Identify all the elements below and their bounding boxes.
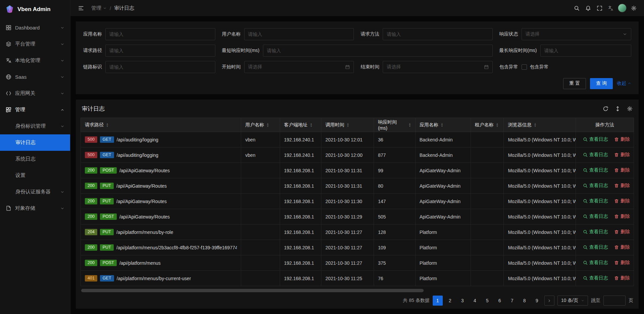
column-header-ms[interactable]: 响应时间(ms)▲▼ xyxy=(374,118,415,132)
avatar[interactable] xyxy=(616,0,628,16)
filter-input-app-name[interactable] xyxy=(105,28,215,40)
filter-input-max-response-time[interactable] xyxy=(540,45,632,57)
row-height-icon[interactable] xyxy=(615,106,621,112)
collapse-button[interactable]: 收起 xyxy=(617,80,631,86)
logo[interactable]: Vben Admin xyxy=(0,0,70,19)
breadcrumb-item-management[interactable]: 管理 xyxy=(91,5,107,11)
status-badge: 200 xyxy=(85,260,97,266)
filter-input-request-path[interactable] xyxy=(105,45,215,57)
filter-label-app-name: 应用名称 xyxy=(83,31,102,37)
page-button-3[interactable]: 3 xyxy=(458,296,468,306)
column-header-app[interactable]: 应用名称▲▼ xyxy=(415,118,471,132)
status-badge: 200 xyxy=(85,198,97,205)
chevron-down-icon xyxy=(60,124,64,128)
refresh-icon[interactable] xyxy=(603,106,608,112)
column-header-time[interactable]: 调用时间▲▼ xyxy=(321,118,374,132)
view-log-button[interactable]: 查看日志 xyxy=(583,183,608,189)
filter-field-has-exception: 包含异常包含异常 xyxy=(499,61,632,73)
view-log-button[interactable]: 查看日志 xyxy=(583,229,608,235)
search-icon[interactable] xyxy=(571,0,582,16)
page-button-4[interactable]: 4 xyxy=(470,296,480,306)
view-log-button[interactable]: 查看日志 xyxy=(583,198,608,204)
delete-button[interactable]: 删除 xyxy=(614,167,630,173)
filter-select-response-status[interactable]: 请选择 xyxy=(522,28,632,40)
filter-input-min-response-time[interactable] xyxy=(263,45,493,57)
view-log-button[interactable]: 查看日志 xyxy=(583,136,608,142)
delete-button[interactable]: 删除 xyxy=(614,229,630,235)
view-log-label: 查看日志 xyxy=(589,275,608,281)
bell-icon[interactable] xyxy=(582,0,594,16)
horizontal-scrollbar[interactable] xyxy=(81,289,633,292)
sidebar-item-gateway[interactable]: 应用网关 xyxy=(0,85,70,102)
cell-client: 192.168.240.1 xyxy=(280,147,321,163)
jump-page-input[interactable] xyxy=(603,296,626,306)
column-header-ops: 操作方法 xyxy=(576,118,634,132)
delete-button[interactable]: 删除 xyxy=(614,136,630,142)
column-header-tenant[interactable]: 租户名称▲▼ xyxy=(471,118,504,132)
page-button-5[interactable]: 5 xyxy=(482,296,492,306)
column-header-client[interactable]: 客户端地址▲▼ xyxy=(280,118,321,132)
delete-button[interactable]: 删除 xyxy=(614,198,630,204)
request-path-text: /api/ApiGateway/Routes xyxy=(119,168,170,173)
delete-button[interactable]: 删除 xyxy=(614,244,630,250)
reset-button[interactable]: 重 置 xyxy=(563,78,586,89)
cell-tenant xyxy=(471,255,504,271)
delete-button[interactable]: 删除 xyxy=(614,275,630,281)
delete-button[interactable]: 删除 xyxy=(614,260,630,266)
menu-fold-icon[interactable] xyxy=(75,0,87,16)
chevron-down-icon xyxy=(60,190,64,194)
cell-app: ApiGateWay-Admin xyxy=(415,194,471,209)
view-log-button[interactable]: 查看日志 xyxy=(583,260,608,266)
fullscreen-icon[interactable] xyxy=(594,0,605,16)
page-button-1[interactable]: 1 xyxy=(433,296,443,306)
page-button-6[interactable]: 6 xyxy=(495,296,505,306)
filter-input-request-method[interactable] xyxy=(383,28,493,40)
sidebar-item-settings[interactable]: 设置 xyxy=(0,167,70,184)
filter-input-user-name[interactable] xyxy=(244,28,354,40)
chevron-down-icon xyxy=(103,5,107,11)
sidebar-item-platform[interactable]: 平台管理 xyxy=(0,36,70,52)
page-button-7[interactable]: 7 xyxy=(507,296,517,306)
column-header-user[interactable]: 用户名称▲▼ xyxy=(241,118,280,132)
trash-icon xyxy=(614,245,619,250)
filter-datepicker-end-time[interactable]: 请选择 xyxy=(383,61,493,73)
sidebar-item-object-storage[interactable]: 对象存储 xyxy=(0,200,70,216)
sidebar-item-saas[interactable]: Saas xyxy=(0,69,70,85)
next-page-button[interactable] xyxy=(544,296,554,306)
filter-datepicker-start-time[interactable]: 请选择 xyxy=(244,61,354,73)
page-button-2[interactable]: 2 xyxy=(445,296,455,306)
scrollbar-thumb[interactable] xyxy=(81,289,424,292)
view-log-button[interactable]: 查看日志 xyxy=(583,275,608,281)
sidebar-item-system-log[interactable]: 系统日志 xyxy=(0,151,70,167)
sidebar-item-audit-log[interactable]: 审计日志 xyxy=(0,134,70,151)
filter-input-trace-id[interactable] xyxy=(105,61,215,73)
cell-ms: 36 xyxy=(374,132,415,147)
view-log-button[interactable]: 查看日志 xyxy=(583,244,608,250)
cell-browser: Mozilla/5.0 (Windows NT 10.0; Win xyxy=(504,194,576,209)
page-size-select[interactable]: 10 条/页 xyxy=(557,296,588,306)
filter-checkbox-has-exception[interactable] xyxy=(522,64,527,70)
method-badge: PUT xyxy=(100,183,114,189)
sidebar-item-identity[interactable]: 身份标识管理 xyxy=(0,118,70,134)
column-header-browser[interactable]: 浏览器信息▲▼ xyxy=(504,118,576,132)
trash-icon xyxy=(614,152,619,157)
sidebar-item-localization[interactable]: 本地化管理 xyxy=(0,52,70,69)
view-log-button[interactable]: 查看日志 xyxy=(583,167,608,173)
delete-button[interactable]: 删除 xyxy=(614,213,630,219)
query-button[interactable]: 查 询 xyxy=(590,78,613,89)
column-settings-icon[interactable] xyxy=(627,106,633,112)
page-button-8[interactable]: 8 xyxy=(520,296,530,306)
column-header-path[interactable]: 请求路径▲▼ xyxy=(81,118,241,132)
delete-button[interactable]: 删除 xyxy=(614,152,630,158)
sidebar-item-auth-server[interactable]: 身份认证服务器 xyxy=(0,184,70,200)
page-button-9[interactable]: 9 xyxy=(532,296,542,306)
view-log-button[interactable]: 查看日志 xyxy=(583,213,608,219)
delete-button[interactable]: 删除 xyxy=(614,183,630,189)
cell-request-path: 401GET/api/platform/menus/by-current-use… xyxy=(81,271,241,286)
translate-icon[interactable]: 文A xyxy=(605,0,616,16)
view-log-button[interactable]: 查看日志 xyxy=(583,152,608,158)
settings-icon[interactable] xyxy=(628,0,639,16)
sidebar-item-dashboard[interactable]: Dashboard xyxy=(0,19,70,36)
sidebar-item-management[interactable]: 管理 xyxy=(0,102,70,118)
cell-request-path: 204PUT/api/platform/menus/by-role xyxy=(81,225,241,240)
